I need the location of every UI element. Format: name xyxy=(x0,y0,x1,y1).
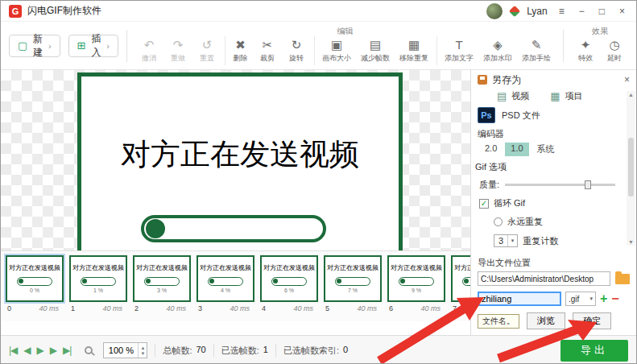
loop-gif-checkbox[interactable] xyxy=(479,199,489,209)
insert-button[interactable]: ⊞ 插入 › xyxy=(68,35,118,57)
selected-frames-label: 已选帧数: xyxy=(221,345,259,357)
app-window: G 闪电GIF制作软件 Lyan ≡ − □ × ▢ 新建 › ⊞ 插入 › 编… xyxy=(0,0,637,364)
zoom-stepper[interactable]: ▲▼ xyxy=(138,343,147,358)
chevron-down-icon[interactable]: ▼ xyxy=(140,351,145,356)
repeat-count-stepper[interactable]: 3 ▾ xyxy=(494,234,518,247)
zoom-input[interactable] xyxy=(104,345,138,355)
minimize-button[interactable]: − xyxy=(576,6,588,17)
export-settings: 导出文件位置 .gif ▾ + − 文件名。 浏览 确定 xyxy=(471,254,636,335)
timeline-frame[interactable]: 对方正在发送视频 1 % 1 40 ms xyxy=(69,255,127,312)
frame-preview-text: 对方正在发送视频 xyxy=(391,263,442,272)
toolbar-item-label: 减少帧数 xyxy=(361,53,390,64)
add-button[interactable]: + xyxy=(600,292,607,305)
toolbar-item-icon: ↷ xyxy=(173,38,184,52)
export-button[interactable]: 导出 xyxy=(560,340,628,362)
timeline-frame[interactable]: 对方正在发送视频 9 % 6 40 ms xyxy=(387,255,445,312)
scrollbar-track[interactable] xyxy=(627,98,635,238)
menu-button[interactable]: ≡ xyxy=(556,6,568,17)
undo-button[interactable]: ↶ 撤消 xyxy=(135,36,163,65)
timeline-frame[interactable]: 对方正在发送视频 0 % 0 40 ms xyxy=(6,255,64,312)
frame-progress-dot-icon xyxy=(400,279,405,283)
total-frames-label: 总帧数: xyxy=(163,345,192,357)
timeline-frame[interactable]: 对方正在发送视频 7 % 5 40 ms xyxy=(324,255,382,312)
add-draw-button[interactable]: ✎ 添加手绘 xyxy=(518,36,555,65)
timeline-frame[interactable]: 对方正在发送视频 3 % 2 40 ms xyxy=(133,255,191,312)
save-type-project[interactable]: ▦ 项目 xyxy=(550,90,582,102)
save-type-video[interactable]: ▤ 视频 xyxy=(497,90,529,102)
encoder-option-2-0[interactable]: 2.0 xyxy=(479,143,503,156)
frame-duration: 40 ms xyxy=(420,304,441,312)
go-end-button[interactable]: ▶| xyxy=(63,345,71,356)
remove-duplicate-button[interactable]: ▦ 移除重复 xyxy=(395,36,432,65)
export-path-input[interactable] xyxy=(478,271,610,286)
chevron-right-icon: › xyxy=(48,41,52,51)
panel-scrollbar[interactable]: ▲ ▼ xyxy=(627,91,635,246)
folder-icon[interactable] xyxy=(615,274,630,284)
maximize-button[interactable]: □ xyxy=(596,6,608,17)
repeat-count-value: 3 xyxy=(494,236,507,246)
extension-value: .gif xyxy=(569,295,579,304)
filename-input[interactable] xyxy=(478,292,561,306)
special-effects-button[interactable]: ✦ 特效 xyxy=(572,36,599,65)
frame-percent: 6 % xyxy=(284,287,294,293)
repeat-forever-row: 永远重复 xyxy=(471,216,625,228)
insert-button-label: 插入 xyxy=(89,32,102,60)
scrollbar-thumb[interactable] xyxy=(628,138,634,196)
ok-button[interactable]: 确定 xyxy=(573,312,611,329)
add-watermark-button[interactable]: ◈ 添加水印 xyxy=(479,36,516,65)
edit-group: 编辑 ↶ 撤消 ↷ 重做 ↺ 重置 xyxy=(135,26,555,65)
delete-button[interactable]: ✖ 删除 xyxy=(225,36,252,65)
reset-button[interactable]: ↺ 重置 xyxy=(193,36,221,65)
crop-button[interactable]: ✂ 裁剪 xyxy=(254,36,281,65)
go-start-button[interactable]: |◀ xyxy=(9,345,17,356)
frame-preview-text: 对方正在发送视频 xyxy=(263,263,315,272)
frame-progress-dot-icon xyxy=(337,279,341,283)
delay-button[interactable]: ◷ 延时 xyxy=(601,36,628,65)
chevron-right-icon: › xyxy=(106,41,110,51)
redo-button[interactable]: ↷ 重做 xyxy=(164,36,192,65)
frame-preview-text: 对方正在发送视频 xyxy=(200,263,251,272)
close-button[interactable]: × xyxy=(616,6,628,17)
timeline-frame[interactable]: 对方正在发送视频 4 % 3 40 ms xyxy=(196,255,254,312)
browse-button[interactable]: 浏览 xyxy=(527,312,565,329)
scroll-up-icon[interactable]: ▲ xyxy=(628,91,634,98)
save-type-psd[interactable]: Ps PSD 文件 xyxy=(471,107,625,123)
new-button[interactable]: ▢ 新建 › xyxy=(9,35,60,57)
username[interactable]: Lyan xyxy=(527,6,548,17)
canvas-size-button[interactable]: ▣ 画布大小 xyxy=(314,36,355,65)
toolbar-item-icon: T xyxy=(455,38,462,52)
repeat-forever-radio[interactable] xyxy=(494,217,503,226)
frame-preview-text: 对方正在发送视频 xyxy=(454,263,472,272)
prev-frame-button[interactable]: ◀ xyxy=(23,345,30,356)
encoder-option-1-0[interactable]: 1.0 xyxy=(505,143,528,156)
frame-duration: 40 ms xyxy=(39,304,59,312)
titlebar: G 闪电GIF制作软件 Lyan ≡ − □ × xyxy=(1,1,636,22)
toolbar-item-icon: ▤ xyxy=(370,38,381,52)
project-icon: ▦ xyxy=(550,90,560,102)
chevron-up-icon[interactable]: ▲ xyxy=(140,345,145,350)
reduce-frames-button[interactable]: ▤ 减少帧数 xyxy=(357,36,394,65)
scroll-down-icon[interactable]: ▼ xyxy=(628,238,634,246)
panel-close-icon[interactable]: × xyxy=(624,74,630,85)
quality-slider[interactable] xyxy=(505,184,615,186)
effects-group-items: ✦ 特效 ◷ 延时 xyxy=(572,36,628,65)
next-frame-button[interactable]: ▶ xyxy=(50,345,56,356)
toolbar-item-label: 重置 xyxy=(200,53,214,64)
timeline: 对方正在发送视频 0 % 0 40 ms 对方正在发送视频 xyxy=(1,250,472,321)
canvas-area[interactable]: 对方正在发送视频 xyxy=(1,70,472,250)
remove-button[interactable]: − xyxy=(611,292,618,305)
timeline-frame[interactable]: 对方正在发送视频 6 % 4 40 ms xyxy=(260,255,318,312)
frame-meta: 7 40 ms xyxy=(451,304,472,312)
edit-group-items: ↶ 撤消 ↷ 重做 ↺ 重置 ✖ 删除 xyxy=(135,36,555,65)
quality-slider-handle[interactable] xyxy=(585,180,591,189)
avatar[interactable] xyxy=(486,3,503,19)
play-button[interactable]: ▶ xyxy=(37,345,43,356)
add-text-button[interactable]: T 添加文字 xyxy=(436,36,478,65)
chevron-down-icon[interactable]: ▾ xyxy=(507,235,517,246)
vip-badge-icon[interactable] xyxy=(509,5,520,16)
extension-dropdown[interactable]: .gif ▾ xyxy=(565,292,596,306)
rotate-button[interactable]: ↻ 旋转 xyxy=(283,36,310,65)
timeline-frame[interactable]: 对方正在发送视频 10 % 7 40 ms xyxy=(451,255,472,312)
encoder-option-system[interactable]: 系统 xyxy=(532,143,560,156)
toolbar-item-icon: ▦ xyxy=(408,38,420,52)
